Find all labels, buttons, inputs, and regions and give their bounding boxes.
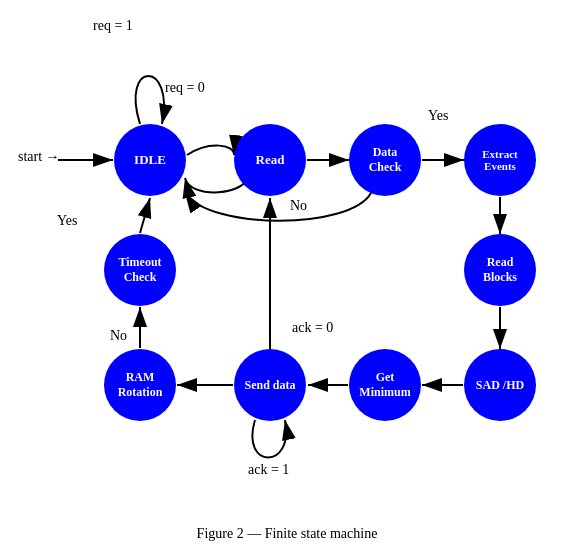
node-extractevents: ExtractEvents xyxy=(464,124,536,196)
node-datacheck: DataCheck xyxy=(349,124,421,196)
label-req1: req = 1 xyxy=(93,18,133,34)
label-start: start → xyxy=(18,149,60,165)
label-yes-extract: Yes xyxy=(428,108,448,124)
node-timeoutcheck: TimeoutCheck xyxy=(104,234,176,306)
node-idle: IDLE xyxy=(114,124,186,196)
fsm-diagram: IDLE Read DataCheck ExtractEvents ReadBl… xyxy=(0,0,574,550)
label-yes-idle: Yes xyxy=(57,213,77,229)
node-ramrotation: RAMRotation xyxy=(104,349,176,421)
label-ack0: ack = 0 xyxy=(292,320,333,336)
node-readblocks: ReadBlocks xyxy=(464,234,536,306)
label-no-timeout: No xyxy=(110,328,127,344)
node-read: Read xyxy=(234,124,306,196)
label-no-idle: No xyxy=(290,198,307,214)
node-getminimum: GetMinimum xyxy=(349,349,421,421)
node-sadhd: SAD /HD xyxy=(464,349,536,421)
label-ack1: ack = 1 xyxy=(248,462,289,478)
node-senddata: Send data xyxy=(234,349,306,421)
label-req0: req = 0 xyxy=(165,80,205,96)
